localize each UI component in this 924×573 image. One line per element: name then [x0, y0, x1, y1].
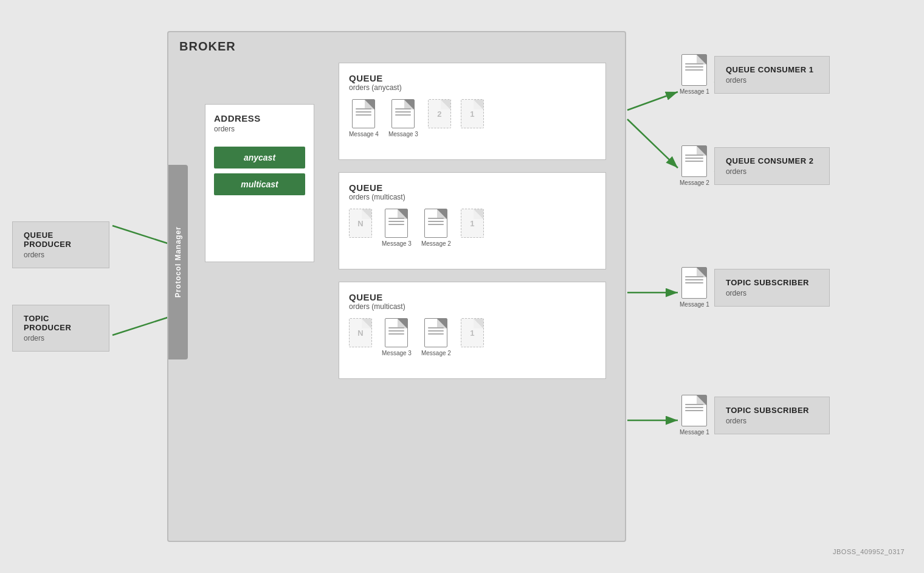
- doc-icon-dashed: N: [349, 318, 372, 347]
- msg-label-n2: [360, 350, 362, 356]
- queue2-subtitle: orders (multicast): [349, 193, 596, 201]
- msg-icon-n2: N: [349, 318, 372, 356]
- consumer2-title: QUEUE CONSUMER 2: [726, 156, 818, 165]
- doc-lines: [428, 218, 444, 227]
- msg-icon-n1: N: [349, 209, 372, 247]
- multicast-button[interactable]: multicast: [214, 173, 305, 195]
- doc-lines: [356, 108, 371, 117]
- consumer3-subtitle: orders: [726, 289, 818, 297]
- queue-producer-title: QUEUE PRODUCER: [24, 231, 98, 249]
- msg-icon-5: Message 3: [382, 209, 412, 247]
- doc-lines: [685, 404, 703, 413]
- queue2-messages: N Message 3: [349, 209, 596, 247]
- consumer3-msg-icon: Message 1: [680, 267, 709, 308]
- address-box: ADDRESS orders anycast multicast: [205, 104, 314, 262]
- watermark: JBOSS_409952_0317: [833, 548, 905, 555]
- msg-icon-1: Message 4: [349, 99, 379, 137]
- doc-lines: [388, 327, 404, 336]
- doc-icon-dashed: N: [349, 209, 372, 238]
- consumer1-title: QUEUE CONSUMER 1: [726, 65, 818, 74]
- doc-icon: [424, 209, 447, 238]
- consumer1-msg-label: Message 1: [680, 88, 709, 95]
- doc-icon: [681, 54, 707, 86]
- consumer4-title: TOPIC SUBSCRIBER: [726, 406, 818, 415]
- msg-label-7: [471, 240, 473, 247]
- msg-icon-7: 1: [461, 209, 484, 247]
- queue-producer-subtitle: orders: [24, 251, 98, 259]
- broker-container: BROKER Protocol Manager ADDRESS orders a…: [167, 31, 626, 542]
- doc-icon: [681, 267, 707, 299]
- doc-lines: [395, 108, 411, 117]
- topic-subscriber-1-box: TOPIC SUBSCRIBER orders: [714, 269, 830, 307]
- doc-lines: [685, 276, 703, 285]
- queue1-messages: Message 4 Message 3 2: [349, 99, 596, 137]
- queue-box-multicast-1: QUEUE orders (multicast) N: [339, 172, 606, 269]
- doc-icon: [681, 395, 707, 426]
- diagram-wrapper: QUEUE PRODUCER orders TOPIC PRODUCER ord…: [12, 13, 912, 560]
- msg-icon-4: 1: [461, 99, 484, 137]
- doc-icon: [681, 145, 707, 177]
- consumer-row-1: Message 1 QUEUE CONSUMER 1 orders: [680, 54, 830, 95]
- consumer4-subtitle: orders: [726, 417, 818, 425]
- protocol-manager-label: Protocol Manager: [174, 226, 182, 297]
- msg-icon-6: Message 2: [421, 209, 451, 247]
- msg-label-2: Message 3: [388, 131, 418, 137]
- doc-icon-dashed: 1: [461, 209, 484, 238]
- msg-label-1: Message 4: [349, 131, 379, 137]
- producers-panel: QUEUE PRODUCER orders TOPIC PRODUCER ord…: [12, 221, 109, 352]
- consumer-row-4: Message 1 TOPIC SUBSCRIBER orders: [680, 395, 830, 436]
- protocol-manager: Protocol Manager: [168, 165, 188, 359]
- consumer1-subtitle: orders: [726, 76, 818, 85]
- msg-label-9: Message 2: [421, 350, 451, 356]
- queue3-title: QUEUE: [349, 292, 596, 302]
- doc-icon: [385, 318, 408, 347]
- queues-area: QUEUE orders (anycast) Message 4: [339, 63, 618, 379]
- doc-icon: [352, 99, 375, 128]
- queue3-subtitle: orders (multicast): [349, 302, 596, 311]
- consumer2-msg-icon: Message 2: [680, 145, 709, 186]
- msg-label-10: [471, 350, 473, 356]
- topic-producer-subtitle: orders: [24, 334, 98, 342]
- consumer3-msg-label: Message 1: [680, 301, 709, 308]
- consumer2-msg-label: Message 2: [680, 179, 709, 186]
- msg-icon-2: Message 3: [388, 99, 418, 137]
- broker-label: BROKER: [179, 40, 236, 54]
- consumer2-subtitle: orders: [726, 167, 818, 176]
- consumer4-msg-icon: Message 1: [680, 395, 709, 436]
- queue3-messages: N Message 3: [349, 318, 596, 356]
- consumer1-msg-icon: Message 1: [680, 54, 709, 95]
- msg-label-n1: [360, 240, 362, 247]
- msg-label-4: [471, 131, 473, 137]
- queue-producer-box: QUEUE PRODUCER orders: [12, 221, 109, 268]
- queue1-subtitle: orders (anycast): [349, 83, 596, 92]
- anycast-button[interactable]: anycast: [214, 147, 305, 168]
- doc-icon-dashed: 1: [461, 99, 484, 128]
- doc-icon: [385, 209, 408, 238]
- doc-icon: [391, 99, 415, 128]
- queue-box-anycast: QUEUE orders (anycast) Message 4: [339, 63, 606, 160]
- doc-icon-dashed: 1: [461, 318, 484, 347]
- queue-consumer-1-box: QUEUE CONSUMER 1 orders: [714, 56, 830, 94]
- queue1-title: QUEUE: [349, 73, 596, 83]
- consumer-row-2: Message 2 QUEUE CONSUMER 2 orders: [680, 145, 830, 186]
- queue2-title: QUEUE: [349, 182, 596, 193]
- doc-icon-dashed: 2: [428, 99, 451, 128]
- consumer-row-3: Message 1 TOPIC SUBSCRIBER orders: [680, 267, 830, 308]
- doc-lines: [388, 218, 404, 227]
- msg-icon-3: 2: [428, 99, 451, 137]
- doc-lines: [428, 327, 444, 336]
- msg-label-6: Message 2: [421, 240, 451, 247]
- msg-label-5: Message 3: [382, 240, 412, 247]
- msg-icon-8: Message 3: [382, 318, 412, 356]
- topic-subscriber-2-box: TOPIC SUBSCRIBER orders: [714, 397, 830, 434]
- msg-label-3: [438, 131, 440, 137]
- svg-line-9: [627, 119, 678, 168]
- consumer4-msg-label: Message 1: [680, 429, 709, 436]
- queue-consumer-2-box: QUEUE CONSUMER 2 orders: [714, 147, 830, 185]
- doc-lines: [685, 155, 703, 164]
- msg-icon-10: 1: [461, 318, 484, 356]
- doc-lines: [685, 63, 703, 72]
- queue-box-multicast-2: QUEUE orders (multicast) N: [339, 282, 606, 379]
- topic-producer-title: TOPIC PRODUCER: [24, 314, 98, 332]
- topic-producer-box: TOPIC PRODUCER orders: [12, 305, 109, 352]
